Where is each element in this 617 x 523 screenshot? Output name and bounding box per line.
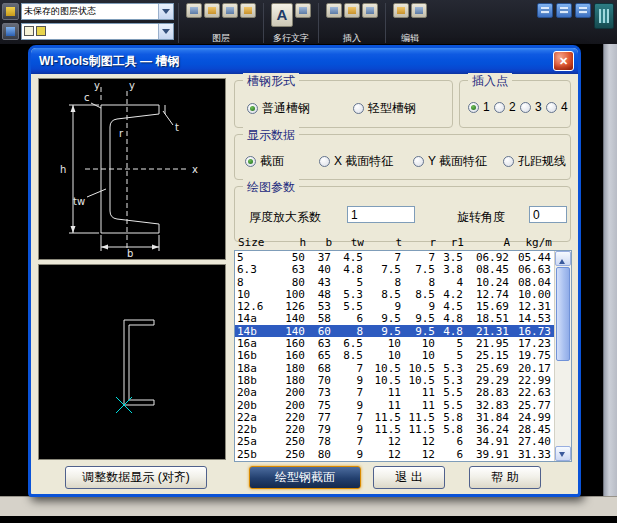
mtext-label[interactable]: 多行文字: [273, 33, 309, 43]
table-row[interactable]: 16b160658.51010525.1519.75: [235, 349, 554, 361]
table-cell: 180: [273, 374, 305, 386]
xref-icon[interactable]: [362, 3, 378, 18]
table-row[interactable]: 20a20073711115.528.8322.63: [235, 386, 554, 398]
edit-tool-icon[interactable]: [393, 3, 409, 18]
insert-panel-label[interactable]: 插入: [343, 33, 361, 43]
vertical-scrollbar[interactable]: [554, 251, 571, 461]
radio-insert-point-4[interactable]: 4: [546, 100, 568, 114]
draw-section-button[interactable]: 绘型钢截面: [249, 466, 361, 489]
adjust-display-button[interactable]: 调整数据显示 (对齐): [65, 466, 207, 489]
table-icon[interactable]: [537, 3, 553, 18]
table-cell: 6: [331, 312, 363, 324]
table-row[interactable]: 14a1405869.59.54.818.5114.53: [235, 312, 554, 324]
scrollbar-track[interactable]: [555, 362, 571, 446]
table-cell: 5.3: [435, 374, 463, 386]
mtext-panel: A 多行文字: [268, 2, 314, 44]
layer-state-combo[interactable]: 未保存的图层状态: [21, 3, 174, 20]
table-row[interactable]: 25a2507871212634.9127.40: [235, 435, 554, 447]
radio-ordinary-channel[interactable]: 普通槽钢: [247, 100, 310, 117]
table-cell: 4.2: [435, 288, 463, 300]
section-diagram-panel: y y x h b tw t c r: [38, 78, 226, 260]
autocad-screen: 未保存的图层状态 图层: [0, 0, 617, 523]
table-row[interactable]: 22b22079911.511.55.836.2428.45: [235, 423, 554, 435]
table-header-cell: r: [402, 236, 436, 249]
radio-insert-point-2[interactable]: 2: [494, 100, 516, 114]
layer-match-icon[interactable]: [240, 3, 256, 18]
layer-lock-icon[interactable]: [222, 3, 238, 18]
layer-panel-label[interactable]: 图层: [212, 33, 230, 43]
diagram-label-r: r: [119, 128, 124, 139]
table-header-cell: b: [306, 236, 332, 249]
table-cell: 4.8: [435, 325, 463, 337]
modify-icon[interactable]: [411, 3, 427, 18]
table-cell: 14a: [235, 312, 273, 324]
table-row[interactable]: 20b20075911115.532.8325.77: [235, 399, 554, 411]
table-cell: 08.45: [463, 263, 509, 275]
table-row[interactable]: 22a22077711.511.55.831.8424.99: [235, 411, 554, 423]
radio-insert-point-3[interactable]: 3: [520, 100, 542, 114]
radio-section[interactable]: 截面: [245, 153, 284, 170]
table-cell: 77: [305, 411, 331, 423]
layer-state-icon[interactable]: [2, 3, 19, 20]
layer-properties-icon[interactable]: [2, 23, 19, 40]
cad-command-bar: [0, 496, 617, 516]
scroll-down-button[interactable]: [555, 446, 571, 461]
table-cell: 9.5: [363, 325, 401, 337]
radio-light-channel[interactable]: 轻型槽钢: [353, 100, 416, 117]
table-cell: 22.63: [509, 386, 551, 398]
layer-tool-icon[interactable]: [186, 3, 202, 18]
attach-icon[interactable]: [344, 3, 360, 18]
table-cell: 08.04: [509, 276, 551, 288]
layer-freeze-icon[interactable]: [204, 3, 220, 18]
radio-y-section-props[interactable]: Y 截面特征: [413, 153, 487, 170]
dropdown-arrow-icon[interactable]: [158, 24, 173, 39]
radio-x-section-props[interactable]: X 截面特征: [319, 153, 393, 170]
table-cell: 7.5: [401, 263, 435, 275]
help-button[interactable]: 帮 助: [469, 466, 541, 489]
table-row[interactable]: 88043588410.2408.04: [235, 276, 554, 288]
exit-button[interactable]: 退 出: [373, 466, 445, 489]
insert-block-icon[interactable]: [326, 3, 342, 18]
mtext-icon[interactable]: A: [271, 3, 293, 27]
steel-size-list[interactable]: 550374.5773.506.9205.446.363404.87.57.53…: [234, 250, 572, 462]
table-cell: 10.24: [463, 276, 509, 288]
table-cell: 79: [305, 423, 331, 435]
radio-label: 普通槽钢: [262, 100, 310, 117]
table-row[interactable]: 6.363404.87.57.53.808.4506.63: [235, 263, 554, 275]
grid-icon[interactable]: [556, 3, 572, 18]
scroll-up-button[interactable]: [555, 251, 571, 266]
palette-icon[interactable]: [594, 3, 614, 29]
radio-insert-point-1[interactable]: 1: [468, 100, 490, 114]
radio-hole-gauge[interactable]: 孔距规线: [503, 153, 566, 170]
table-cell: 3.5: [435, 251, 463, 263]
toolbar-separator: [263, 3, 264, 43]
layer-combo[interactable]: [21, 23, 174, 40]
table-row[interactable]: 18b18070910.510.55.329.2922.99: [235, 374, 554, 386]
sheet-icon[interactable]: [575, 3, 591, 18]
cad-right-scrollbar[interactable]: [603, 44, 617, 497]
scrollbar-thumb[interactable]: [556, 267, 570, 361]
group-title: 显示数据: [243, 127, 299, 144]
edit-panel-label[interactable]: 编辑: [401, 33, 419, 43]
table-cell: 34.91: [463, 435, 509, 447]
table-row[interactable]: 10100485.38.58.54.212.7410.00: [235, 288, 554, 300]
diagram-label-c: c: [84, 92, 90, 103]
dropdown-arrow-icon[interactable]: [158, 4, 173, 19]
table-row[interactable]: 12.6126535.5994.515.6912.31: [235, 300, 554, 312]
table-row[interactable]: 550374.5773.506.9205.44: [235, 251, 554, 263]
close-button[interactable]: ✕: [553, 51, 574, 71]
table-cell: 6: [435, 448, 463, 460]
table-row[interactable]: 14b1406089.59.54.821.3116.73: [235, 325, 554, 337]
table-cell: 5: [235, 251, 273, 263]
text-style-icon[interactable]: [295, 3, 311, 18]
table-cell: 4.5: [435, 300, 463, 312]
table-row[interactable]: 25b2508091212639.9131.33: [235, 448, 554, 460]
table-cell: 11: [363, 399, 401, 411]
rotation-angle-input[interactable]: [529, 206, 567, 223]
table-cell: 39.91: [463, 448, 509, 460]
thickness-factor-input[interactable]: [347, 206, 415, 223]
table-row[interactable]: 18a18068710.510.55.325.6920.17: [235, 362, 554, 374]
table-cell: 9: [331, 399, 363, 411]
table-row[interactable]: 16a160636.51010521.9517.23: [235, 337, 554, 349]
dialog-titlebar[interactable]: WI-Tools制图工具 — 槽钢 ✕: [31, 48, 578, 74]
